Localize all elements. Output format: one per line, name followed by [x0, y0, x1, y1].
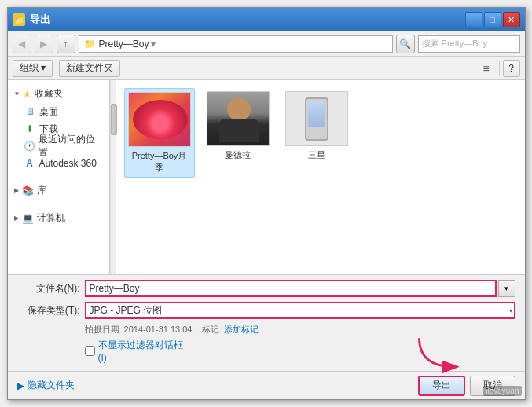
back-icon: ◀: [18, 38, 25, 50]
minimize-button[interactable]: ─: [465, 12, 482, 28]
help-label: ?: [508, 63, 514, 74]
main-content: ▼ ★ 收藏夹 🖥 桌面 ⬇ 下载 🕐 最近访问的位置 A: [8, 80, 525, 274]
library-icon: 📚: [22, 185, 34, 196]
expand-icon: ▼: [14, 90, 20, 97]
filetype-label: 保存类型(T):: [17, 304, 80, 317]
computer-section: ▶ 💻 计算机: [8, 209, 109, 227]
desktop-icon: 🖥: [24, 105, 36, 118]
computer-label: 计算机: [37, 211, 65, 225]
title-bar-controls: ─ □ ✕: [465, 12, 520, 28]
filename-dropdown-button[interactable]: ▾: [498, 280, 515, 297]
library-header[interactable]: ▶ 📚 库: [8, 182, 109, 200]
maximize-button[interactable]: □: [484, 12, 501, 28]
form-meta: 拍摄日期: 2014-01-31 13:04 标记: 添加标记: [17, 324, 515, 336]
sidebar: ▼ ★ 收藏夹 🖥 桌面 ⬇ 下载 🕐 最近访问的位置 A: [8, 80, 110, 274]
toolbar: 组织 ▾ 新建文件夹 ≡ ?: [8, 57, 525, 80]
favorites-icon: ★: [23, 89, 31, 100]
thumbnail-image: [286, 91, 347, 146]
sidebar-scrollbar[interactable]: [110, 80, 116, 274]
thumbnail-image: [207, 91, 269, 146]
checkbox-row: 不显示过滤器对话框(I): [17, 339, 515, 363]
hide-folder-button[interactable]: ▶ 隐藏文件夹: [17, 379, 75, 392]
title-bar-left: 📁 导出: [13, 13, 50, 27]
sidebar-recent-label: 最近访问的位置: [39, 133, 102, 160]
favorites-section: ▼ ★ 收藏夹 🖥 桌面 ⬇ 下载 🕐 最近访问的位置 A: [8, 85, 109, 172]
computer-icon: 💻: [22, 213, 34, 224]
phone-screen: [308, 101, 325, 126]
file-name-person: 曼德拉: [225, 149, 251, 161]
search-button[interactable]: 🔍: [396, 35, 415, 53]
title-bar: 📁 导出 ─ □ ✕: [8, 8, 525, 31]
dialog-window: 📁 导出 ─ □ ✕ ◀ ▶ ↑ 📁 Pretty—Boy ▾ 🔍 搜索 Pre…: [7, 7, 526, 400]
close-button[interactable]: ✕: [503, 12, 520, 28]
search-icon: 🔍: [399, 38, 411, 50]
search-placeholder: 搜索 Pretty—Boy: [422, 38, 488, 50]
organize-button[interactable]: 组织 ▾: [13, 60, 53, 77]
tags-value: 添加标记: [224, 324, 259, 334]
search-box[interactable]: 搜索 Pretty—Boy: [418, 35, 520, 53]
meta-date: 拍摄日期: 2014-01-31 13:04: [85, 324, 193, 334]
autodesk-icon: A: [24, 157, 36, 170]
file-item[interactable]: 三星: [281, 88, 352, 178]
download-icon: ⬇: [24, 123, 36, 135]
sidebar-item-autodesk[interactable]: A Autodesk 360: [8, 155, 109, 172]
tags-label: 标记:: [202, 324, 222, 334]
window-icon: 📁: [13, 13, 25, 26]
view-button[interactable]: ≡: [477, 60, 496, 77]
filetype-select-wrapper: JPG - JPEG 位图 ▾: [85, 302, 515, 319]
watermark: iloveyuan: [483, 386, 521, 396]
filename-label: 文件名(N):: [17, 282, 80, 295]
file-thumbnail-flower: [128, 92, 191, 147]
new-folder-button[interactable]: 新建文件夹: [59, 60, 120, 77]
computer-expand-icon: ▶: [14, 214, 19, 222]
sidebar-item-desktop[interactable]: 🖥 桌面: [8, 103, 109, 120]
filetype-row: 保存类型(T): JPG - JPEG 位图 ▾: [17, 302, 515, 319]
computer-header[interactable]: ▶ 💻 计算机: [8, 209, 109, 227]
sidebar-item-recent[interactable]: 🕐 最近访问的位置: [8, 138, 109, 155]
view-icon: ≡: [482, 62, 489, 75]
hide-folder-icon: ▶: [17, 380, 24, 391]
file-item[interactable]: Pretty—Boy月季: [124, 88, 195, 178]
filename-input[interactable]: [85, 280, 497, 297]
file-item[interactable]: 曼德拉: [203, 88, 273, 178]
file-area: Pretty—Boy月季 曼德拉 三星: [116, 80, 525, 274]
address-bar: ◀ ▶ ↑ 📁 Pretty—Boy ▾ 🔍 搜索 Pretty—Boy: [8, 31, 525, 57]
folder-icon: 📁: [84, 38, 96, 50]
export-label: 导出: [432, 380, 451, 390]
filename-row: 文件名(N): ▾: [17, 280, 515, 297]
back-button[interactable]: ◀: [13, 35, 31, 53]
sidebar-autodesk-label: Autodesk 360: [39, 158, 97, 169]
address-path[interactable]: 📁 Pretty—Boy ▾: [79, 35, 393, 53]
address-path-text: Pretty—Boy: [99, 38, 149, 50]
filter-checkbox[interactable]: [85, 346, 95, 356]
favorites-label: 收藏夹: [35, 87, 63, 101]
thumbnail-image: [129, 92, 190, 147]
library-label: 库: [37, 184, 46, 197]
checkbox-label[interactable]: 不显示过滤器对话框(I): [98, 339, 183, 363]
file-name-phone: 三星: [308, 149, 325, 161]
bottom-form: 文件名(N): ▾ 保存类型(T): JPG - JPEG 位图 ▾ 拍摄日期:…: [8, 274, 525, 371]
forward-button[interactable]: ▶: [35, 35, 53, 53]
recent-icon: 🕐: [24, 140, 36, 152]
phone-shape: [305, 97, 328, 141]
up-button[interactable]: ↑: [57, 35, 75, 53]
bottom-bar: ▶ 隐藏文件夹 导出 取消: [8, 371, 525, 399]
new-folder-label: 新建文件夹: [66, 61, 113, 75]
window-title: 导出: [30, 13, 50, 27]
sidebar-desktop-label: 桌面: [39, 105, 58, 119]
export-button[interactable]: 导出: [418, 376, 465, 396]
hide-folder-label: 隐藏文件夹: [28, 379, 75, 392]
library-expand-icon: ▶: [14, 187, 19, 194]
favorites-header[interactable]: ▼ ★ 收藏夹: [8, 85, 109, 103]
sidebar-scrollbar-thumb[interactable]: [111, 104, 117, 135]
library-section: ▶ 📚 库: [8, 182, 109, 200]
organize-label: 组织 ▾: [20, 61, 46, 75]
toolbar-right: ≡ ?: [477, 60, 520, 77]
file-thumbnail-person: [207, 91, 270, 146]
forward-icon: ▶: [40, 38, 47, 50]
file-thumbnail-phone: [285, 91, 348, 146]
path-arrow: ▾: [151, 38, 156, 50]
filetype-select[interactable]: JPG - JPEG 位图: [85, 302, 515, 319]
up-icon: ↑: [64, 38, 68, 50]
help-button[interactable]: ?: [503, 60, 520, 77]
